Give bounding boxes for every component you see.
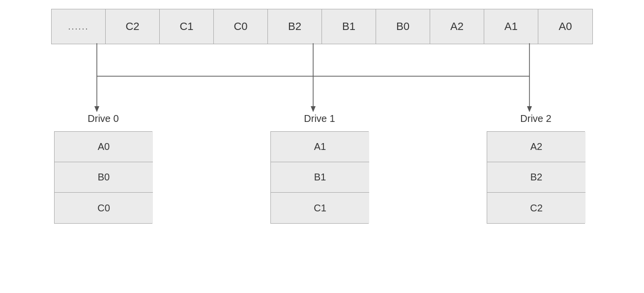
diagram-container: ......C2C1C0B2B1B0A2A1A0 Drive 0A0B0C0 D…	[0, 0, 644, 293]
drive-box-1: A1B1C1	[270, 131, 369, 224]
drive-1-cell-2: C1	[271, 193, 369, 223]
drive-2-cell-0: A2	[487, 132, 585, 162]
drive-0-column: Drive 0A0B0C0	[54, 113, 152, 224]
strip-cell-5: B1	[322, 9, 376, 44]
drive-0-cell-0: A0	[55, 132, 153, 162]
svg-marker-8	[311, 106, 316, 112]
top-strip: ......C2C1C0B2B1B0A2A1A0	[51, 9, 593, 44]
strip-cell-3: C0	[214, 9, 268, 44]
strip-cell-7: A2	[430, 9, 484, 44]
drive-1-cell-0: A1	[271, 132, 369, 162]
drive-box-0: A0B0C0	[54, 131, 152, 224]
drive-2-cell-2: C2	[487, 193, 585, 223]
drive-box-2: A2B2C2	[487, 131, 585, 224]
drive-0-cell-2: C0	[55, 193, 153, 223]
drive-label-0: Drive 0	[88, 113, 118, 124]
strip-cell-1: C2	[106, 9, 160, 44]
svg-marker-10	[527, 106, 532, 112]
strip-cell-4: B2	[268, 9, 322, 44]
strip-cell-0: ......	[52, 9, 106, 44]
strip-cell-6: B0	[376, 9, 430, 44]
strip-cell-8: A1	[484, 9, 538, 44]
strip-cell-9: A0	[538, 9, 592, 44]
drive-1-column: Drive 1A1B1C1	[270, 113, 369, 224]
drive-2-column: Drive 2A2B2C2	[487, 113, 585, 224]
drive-0-cell-1: B0	[55, 162, 153, 193]
svg-marker-6	[94, 106, 99, 112]
drive-1-cell-1: B1	[271, 162, 369, 193]
drive-label-1: Drive 1	[304, 113, 335, 124]
strip-cell-2: C1	[160, 9, 214, 44]
drive-label-2: Drive 2	[520, 113, 551, 124]
drive-2-cell-1: B2	[487, 162, 585, 193]
